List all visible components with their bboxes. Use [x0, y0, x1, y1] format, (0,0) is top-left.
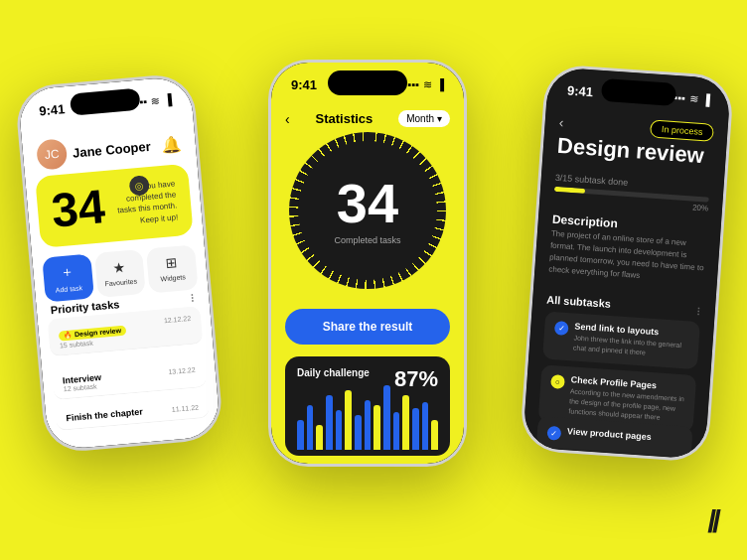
battery-icon: ▐: [164, 93, 173, 106]
bar-item: [412, 408, 419, 450]
phone-2-screen: 9:41 ▪▪▪ ≋ ▐ ‹ Statistics Month ▾: [271, 63, 464, 464]
phone-2-time: 9:41: [291, 77, 317, 92]
wifi-icon: ≋: [151, 93, 161, 107]
phone-1-screen: 9:41 ▪▪▪ ≋ ▐ JC Jane Cooper 🔔 34 ◎ You h…: [17, 75, 221, 451]
plus-icon: ＋: [60, 263, 75, 282]
back-button[interactable]: ‹: [558, 114, 564, 130]
share-result-button[interactable]: Share the result: [285, 309, 450, 345]
wifi-icon: ≋: [688, 92, 698, 106]
task-count: 34: [50, 183, 106, 234]
bar-item: [336, 410, 343, 450]
completed-count: 34: [337, 176, 398, 231]
month-label: Month: [406, 113, 434, 124]
task-item[interactable]: Finish the chapter 11.11.22: [55, 395, 209, 431]
phone-2-status-icons: ▪▪▪ ≋ ▐: [408, 78, 445, 91]
favourites-button[interactable]: ★ Favourites: [94, 249, 146, 298]
signal-icon: ▪▪▪: [408, 78, 420, 90]
subtasks-heading: All subtasks: [546, 293, 611, 309]
battery-icon: ▐: [701, 93, 710, 106]
phone-3-screen: 9:41 ▪▪▪ ≋ ▐ ‹ In process Design review …: [523, 67, 731, 460]
bar-item: [365, 400, 372, 450]
favourites-label: Favourites: [104, 278, 137, 288]
task-count-card: 34 ◎ You have completed the tasks this m…: [35, 164, 194, 248]
widgets-label: Widgets: [160, 273, 186, 282]
bar-item: [316, 425, 323, 450]
daily-title: Daily challenge: [297, 366, 370, 379]
daily-percent: 87%: [394, 366, 438, 392]
bar-item: [431, 420, 438, 450]
completed-label: Completed tasks: [334, 235, 400, 245]
status-badge: In process: [650, 119, 714, 141]
share-label: Share the result: [323, 320, 413, 334]
add-task-label: Add task: [56, 284, 83, 293]
bar-item: [383, 385, 390, 450]
stats-circle: 34 Completed tasks: [293, 136, 442, 285]
task-item[interactable]: Interview 13.12.22 12 subtask: [52, 357, 207, 400]
phone-3-time: 9:41: [567, 82, 594, 99]
user-name: Jane Cooper: [72, 137, 162, 160]
notification-bell-icon[interactable]: 🔔: [161, 134, 183, 155]
phone-1-status-icons: ▪▪▪ ≋ ▐: [135, 92, 172, 108]
grid-icon: ⊞: [165, 254, 178, 271]
month-dropdown[interactable]: Month ▾: [398, 110, 450, 127]
description-text: The project of an online store of a new …: [548, 228, 706, 287]
bar-item: [355, 415, 362, 450]
phone-1-time: 9:41: [39, 101, 66, 118]
progress-section: 20%: [553, 187, 709, 213]
subtask-content: Check Profile Pages According to the new…: [568, 374, 686, 423]
subtasks-filter-icon[interactable]: ⫶: [694, 304, 701, 318]
phone-1: 9:41 ▪▪▪ ≋ ▐ JC Jane Cooper 🔔 34 ◎ You h…: [14, 72, 224, 454]
bar-item: [422, 402, 429, 450]
battery-icon: ▐: [436, 78, 444, 90]
bar-chart: [297, 400, 438, 450]
add-task-button[interactable]: ＋ Add task: [42, 254, 93, 303]
widgets-button[interactable]: ⊞ Widgets: [146, 244, 198, 293]
statistics-title: Statistics: [316, 111, 374, 126]
subtask-content: View product pages: [567, 426, 652, 442]
bar-item: [374, 405, 380, 450]
bar-item: [297, 420, 304, 450]
circle-inner: 34 Completed tasks: [298, 141, 437, 280]
phone-3: 9:41 ▪▪▪ ≋ ▐ ‹ In process Design review …: [520, 64, 735, 463]
subtask-name: View product pages: [567, 426, 652, 442]
checkbox-icon: ○: [550, 374, 565, 389]
phone-2-dynamic-island: [328, 70, 407, 95]
user-avatar: JC: [36, 138, 69, 171]
subtask-content: Send link to layouts John threw the link…: [573, 322, 690, 361]
phone-3-status-icons: ▪▪▪ ≋ ▐: [673, 90, 710, 106]
filter-icon[interactable]: ⫶: [189, 291, 196, 305]
bar-item: [345, 390, 352, 450]
subtask-item[interactable]: ✓ Send link to layouts John threw the li…: [542, 311, 700, 368]
card-description: You have completed the tasks this month.…: [105, 178, 179, 228]
decorative-slashes: //: [707, 503, 717, 540]
back-button[interactable]: ‹: [285, 111, 290, 127]
bar-item: [402, 395, 409, 450]
task-date: 12.12.22: [164, 315, 192, 324]
subtask-subtitle: 3/15 subtask done: [554, 173, 628, 188]
phone-2-header: ‹ Statistics Month ▾: [271, 104, 464, 133]
phone-2: 9:41 ▪▪▪ ≋ ▐ ‹ Statistics Month ▾: [268, 60, 467, 467]
star-icon: ★: [112, 258, 126, 275]
daily-header: Daily challenge 87%: [297, 366, 438, 392]
bar-item: [393, 412, 400, 450]
checkbox-icon: ✓: [546, 426, 561, 441]
bar-item: [307, 405, 314, 450]
progress-fill: [554, 187, 585, 194]
bar-item: [326, 395, 333, 450]
daily-challenge-card: Daily challenge 87%: [285, 356, 450, 456]
wifi-icon: ≋: [423, 78, 432, 91]
checkbox-icon: ✓: [554, 321, 569, 336]
chevron-down-icon: ▾: [437, 113, 442, 124]
subtask-desc: According to the new amendments in the d…: [568, 386, 685, 423]
